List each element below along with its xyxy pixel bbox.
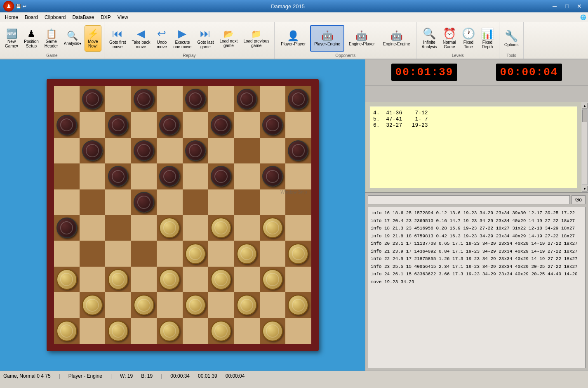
cell-9-7[interactable]	[234, 318, 259, 344]
light-piece[interactable]	[56, 269, 77, 290]
cell-0-9[interactable]	[285, 86, 311, 112]
player-engine-button[interactable]: 🤖 Player-Engine	[310, 25, 344, 52]
dark-piece[interactable]	[185, 140, 206, 161]
cell-1-7[interactable]	[234, 112, 259, 137]
light-piece[interactable]	[134, 295, 154, 315]
cell-4-2[interactable]	[105, 189, 131, 215]
cell-9-0[interactable]	[54, 318, 80, 344]
cell-2-1[interactable]	[80, 138, 105, 163]
cell-8-8[interactable]	[260, 292, 285, 318]
dark-piece[interactable]	[56, 115, 77, 135]
cell-7-8[interactable]	[260, 267, 285, 292]
cell-3-3[interactable]	[131, 163, 157, 189]
cell-2-7[interactable]	[234, 138, 259, 163]
cell-9-1[interactable]	[80, 318, 105, 344]
cell-4-0[interactable]	[54, 189, 80, 215]
cell-2-9[interactable]	[285, 138, 311, 163]
light-piece[interactable]	[288, 244, 308, 264]
scroll-down-button[interactable]: ▼	[582, 186, 588, 192]
dark-piece[interactable]	[134, 89, 154, 109]
menu-dxp[interactable]: DXP	[97, 14, 114, 21]
light-piece[interactable]	[56, 321, 77, 341]
cell-0-2[interactable]	[105, 86, 131, 112]
cell-5-8[interactable]	[260, 215, 285, 241]
light-piece[interactable]	[159, 218, 180, 238]
cell-5-7[interactable]	[234, 215, 259, 241]
light-piece[interactable]	[211, 269, 231, 290]
maximize-button[interactable]: □	[562, 2, 572, 10]
cell-8-3[interactable]	[131, 292, 157, 318]
cell-4-3[interactable]	[131, 189, 157, 215]
dark-piece[interactable]	[288, 140, 308, 161]
cell-6-6[interactable]	[208, 241, 234, 266]
new-game-button[interactable]: 🆕 NewGame▾	[2, 25, 21, 52]
cell-2-6[interactable]	[208, 138, 234, 163]
cell-4-7[interactable]	[234, 189, 259, 215]
cell-6-0[interactable]	[54, 241, 80, 266]
cell-1-5[interactable]	[183, 112, 208, 137]
light-piece[interactable]	[108, 269, 129, 290]
cell-3-7[interactable]	[234, 163, 259, 189]
cell-5-5[interactable]	[183, 215, 208, 241]
cell-6-9[interactable]	[285, 241, 311, 266]
game-header-button[interactable]: 📋 GameHeader	[42, 25, 61, 52]
load-next-button[interactable]: 📂 Load nextgame	[217, 25, 240, 52]
close-button[interactable]: ✕	[574, 2, 585, 10]
cell-5-6[interactable]	[208, 215, 234, 241]
menu-clipboard[interactable]: Clipboard	[41, 14, 69, 21]
options-button[interactable]: 🔧 Options	[502, 25, 521, 52]
cell-0-4[interactable]	[157, 86, 182, 112]
scroll-track[interactable]	[582, 109, 588, 185]
cell-7-0[interactable]	[54, 267, 80, 292]
menu-database[interactable]: DataBase	[69, 14, 97, 21]
dark-piece[interactable]	[134, 192, 154, 213]
cell-7-2[interactable]	[105, 267, 131, 292]
move-list-content[interactable]: 4. 41-36 7-12 5. 47-41 1- 7 6. 32-27 19-…	[369, 106, 577, 188]
move-now-button[interactable]: ⚡ MoveNow!	[85, 25, 101, 52]
light-piece[interactable]	[185, 244, 206, 264]
cell-2-5[interactable]	[183, 138, 208, 163]
cell-4-6[interactable]	[208, 189, 234, 215]
cell-6-7[interactable]	[234, 241, 259, 266]
light-piece[interactable]	[237, 244, 257, 264]
undo-move-button[interactable]: ↩ Undomove	[153, 25, 170, 52]
cell-6-2[interactable]	[105, 241, 131, 266]
cell-7-7[interactable]	[234, 267, 259, 292]
cell-3-8[interactable]	[260, 163, 285, 189]
position-setup-button[interactable]: ♟ PositionSetup	[21, 25, 41, 52]
dark-piece[interactable]	[211, 115, 231, 135]
goto-first-button[interactable]: ⏮ Goto firstmove	[107, 25, 129, 52]
cell-0-6[interactable]	[208, 86, 234, 112]
cell-3-9[interactable]	[285, 163, 311, 189]
cell-9-2[interactable]	[105, 318, 131, 344]
light-piece[interactable]	[211, 218, 231, 238]
cell-8-9[interactable]	[285, 292, 311, 318]
dark-piece[interactable]	[288, 89, 308, 109]
execute-one-button[interactable]: ▶ Executeone move	[171, 25, 194, 52]
analysis-button[interactable]: 🔍 Analysis▾	[61, 25, 84, 52]
cell-7-6[interactable]	[208, 267, 234, 292]
engine-engine-button[interactable]: 🤖 Engine-Engine	[379, 25, 414, 52]
light-piece[interactable]	[288, 295, 308, 315]
cell-4-4[interactable]	[157, 189, 182, 215]
fixed-depth-button[interactable]: 📊 FixedDepth	[478, 25, 496, 52]
cell-8-5[interactable]	[183, 292, 208, 318]
take-back-button[interactable]: ◀ Take backmove	[129, 25, 153, 52]
light-piece[interactable]	[262, 269, 283, 290]
cell-9-9[interactable]	[285, 318, 311, 344]
cell-0-0[interactable]	[54, 86, 80, 112]
scroll-thumb[interactable]	[582, 110, 587, 122]
light-piece[interactable]	[108, 321, 129, 341]
dark-piece[interactable]	[82, 89, 103, 109]
cell-9-3[interactable]	[131, 318, 157, 344]
cell-2-3[interactable]	[131, 138, 157, 163]
cell-6-3[interactable]	[131, 241, 157, 266]
cell-0-1[interactable]	[80, 86, 105, 112]
cell-1-6[interactable]	[208, 112, 234, 137]
cell-5-2[interactable]	[105, 215, 131, 241]
cell-5-9[interactable]	[285, 215, 311, 241]
help-icon[interactable]: 🌐	[580, 14, 586, 20]
dark-piece[interactable]	[82, 140, 103, 161]
cell-4-5[interactable]	[183, 189, 208, 215]
cell-8-1[interactable]	[80, 292, 105, 318]
